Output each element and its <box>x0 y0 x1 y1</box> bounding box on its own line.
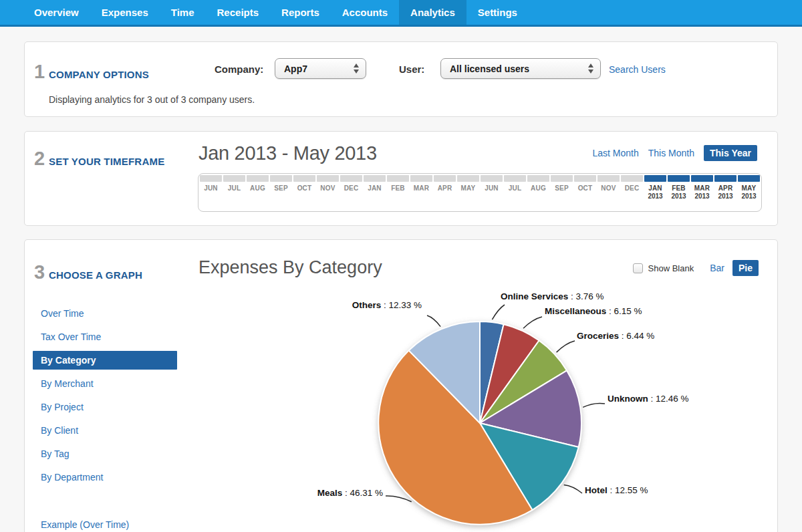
pie-label-miscellaneous: Miscellaneous : 6.15 % <box>545 305 642 317</box>
sidebar-item-by-merchant[interactable]: By Merchant <box>33 374 177 393</box>
user-select[interactable]: All licensed users <box>440 58 601 79</box>
step-number-2: 2 <box>34 149 45 168</box>
pie-label-line-online-services <box>492 305 505 319</box>
timeline-month-selector: JUNJULAUGSEPOCTNOVDECJANFEBMARAPRMAYJUNJ… <box>198 173 762 212</box>
pie-label-hotel: Hotel : 12.55 % <box>585 485 648 497</box>
nav-tab-overview[interactable]: Overview <box>23 0 90 25</box>
timeframe-range-heading: Jan 2013 - May 2013 <box>198 142 377 164</box>
timeline-month-nov[interactable]: NOV <box>316 175 340 211</box>
stepper-arrows-icon <box>588 63 593 74</box>
sidebar-item-by-department[interactable]: By Department <box>33 468 177 487</box>
users-summary-text: Displaying analytics for 3 out of 3 comp… <box>49 94 255 105</box>
sidebar-item-tax-over-time[interactable]: Tax Over Time <box>33 327 177 346</box>
nav-tab-settings[interactable]: Settings <box>466 0 529 25</box>
company-label: Company: <box>215 63 263 75</box>
sidebar-item-by-category[interactable]: By Category <box>33 351 177 370</box>
step-number-3: 3 <box>34 263 45 282</box>
pie-label-line-groceries <box>557 341 575 352</box>
timeline-month-may[interactable]: MAY <box>456 175 480 211</box>
timeframe-title: SET YOUR TIMEFRAME <box>49 156 164 167</box>
timeline-month-mar-2013[interactable]: MAR2013 <box>690 175 714 211</box>
sidebar-item-over-time[interactable]: Over Time <box>33 304 177 323</box>
show-blank-label: Show Blank <box>648 263 694 273</box>
timeline-month-jul[interactable]: JUL <box>223 175 246 211</box>
timeline-month-feb-2013[interactable]: FEB2013 <box>667 175 690 211</box>
last-month-link[interactable]: Last Month <box>592 148 638 158</box>
user-label: User: <box>399 63 424 75</box>
timeline-month-aug[interactable]: AUG <box>527 175 550 211</box>
timeline-month-jan-2013[interactable]: JAN2013 <box>644 175 667 211</box>
timeline-month-jul[interactable]: JUL <box>503 175 527 211</box>
pie-label-line-others <box>427 315 440 327</box>
graph-controls: Show Blank Bar Pie <box>633 260 759 276</box>
nav-tab-expenses[interactable]: Expenses <box>90 0 160 25</box>
nav-tabs: OverviewExpensesTimeReceiptsReportsAccou… <box>23 0 529 25</box>
timeline-month-oct[interactable]: OCT <box>293 175 316 211</box>
show-blank-checkbox[interactable] <box>633 263 643 273</box>
graph-type-sidebar: Over TimeTax Over TimeBy CategoryBy Merc… <box>33 304 177 491</box>
search-users-link[interactable]: Search Users <box>609 64 666 75</box>
choose-graph-card: 3 CHOOSE A GRAPH Expenses By Category Sh… <box>24 239 778 532</box>
nav-tab-analytics[interactable]: Analytics <box>399 0 466 25</box>
timeline-month-jun[interactable]: JUN <box>480 175 503 211</box>
user-select-value: All licensed users <box>450 63 529 74</box>
step-number-1: 1 <box>34 62 45 82</box>
pie-chart <box>176 285 777 532</box>
example-over-time-link[interactable]: Example (Over Time) <box>41 519 129 530</box>
pie-chart-area: Online Services : 3.76 %Miscellaneous : … <box>176 285 777 532</box>
pie-label-line-unknown <box>583 403 605 407</box>
pie-label-line-miscellaneous <box>523 317 542 328</box>
sidebar-item-by-project[interactable]: By Project <box>33 398 177 416</box>
nav-tab-reports[interactable]: Reports <box>270 0 331 25</box>
nav-tab-time[interactable]: Time <box>160 0 206 25</box>
pie-label-meals: Meals : 46.31 % <box>317 487 383 499</box>
company-select-value: App7 <box>284 63 307 74</box>
stepper-arrows-icon <box>354 63 359 74</box>
top-navbar: OverviewExpensesTimeReceiptsReportsAccou… <box>0 0 802 27</box>
graph-heading: Expenses By Category <box>198 257 382 278</box>
timeframe-card: 2 SET YOUR TIMEFRAME Jan 2013 - May 2013… <box>24 131 778 226</box>
sidebar-item-by-tag[interactable]: By Tag <box>33 444 177 463</box>
choose-graph-title: CHOOSE A GRAPH <box>49 269 142 281</box>
pie-label-line-hotel <box>564 485 582 493</box>
timeline-month-may-2013[interactable]: MAY2013 <box>737 175 761 211</box>
timeline-month-nov[interactable]: NOV <box>597 175 620 211</box>
timeline-month-jun[interactable]: JUN <box>199 175 223 211</box>
pie-label-unknown: Unknown : 12.46 % <box>608 393 689 405</box>
timeline-month-sep[interactable]: SEP <box>550 175 573 211</box>
pie-label-groceries: Groceries : 6.44 % <box>577 330 654 342</box>
nav-tab-receipts[interactable]: Receipts <box>206 0 271 25</box>
bar-toggle[interactable]: Bar <box>710 263 724 273</box>
company-select[interactable]: App7 <box>275 58 366 79</box>
pie-label-others: Others : 12.33 % <box>352 299 422 311</box>
timeframe-quick-links: Last Month This Month This Year <box>592 145 757 161</box>
timeline-month-mar[interactable]: MAR <box>410 175 433 211</box>
timeline-month-sep[interactable]: SEP <box>269 175 293 211</box>
timeline-month-feb[interactable]: FEB <box>386 175 410 211</box>
timeline-month-oct[interactable]: OCT <box>573 175 597 211</box>
pie-toggle[interactable]: Pie <box>732 260 759 276</box>
timeline-month-aug[interactable]: AUG <box>246 175 269 211</box>
company-options-card: 1 COMPANY OPTIONS Company: App7 User: Al… <box>24 41 778 117</box>
timeline-month-dec[interactable]: DEC <box>340 175 363 211</box>
nav-tab-accounts[interactable]: Accounts <box>331 0 399 25</box>
timeline-month-apr[interactable]: APR <box>433 175 456 211</box>
timeline-month-apr-2013[interactable]: APR2013 <box>714 175 737 211</box>
sidebar-item-by-client[interactable]: By Client <box>33 421 177 440</box>
this-year-link[interactable]: This Year <box>704 145 757 161</box>
timeline-month-dec[interactable]: DEC <box>620 175 644 211</box>
company-options-title: COMPANY OPTIONS <box>49 69 149 80</box>
this-month-link[interactable]: This Month <box>648 148 694 158</box>
pie-label-online-services: Online Services : 3.76 % <box>501 291 604 303</box>
pie-label-line-meals <box>386 496 412 502</box>
timeline-month-jan[interactable]: JAN <box>363 175 386 211</box>
